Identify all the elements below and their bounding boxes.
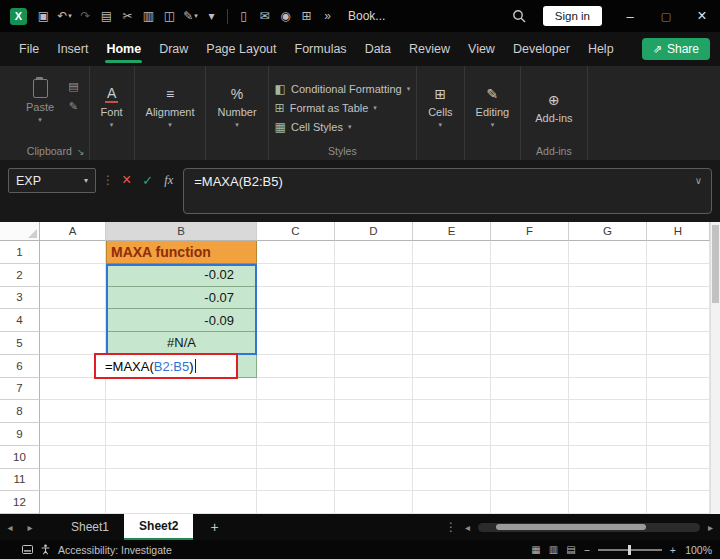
cell-h12[interactable] [647, 491, 710, 514]
cell-b5[interactable]: #N/A [106, 332, 257, 355]
row-header-11[interactable]: 11 [0, 469, 40, 492]
macro-record-icon[interactable] [22, 545, 33, 554]
cell-d12[interactable] [335, 491, 413, 514]
cell-g7[interactable] [569, 378, 647, 401]
cell-c1[interactable] [257, 241, 335, 264]
paste-button[interactable]: Paste [16, 72, 64, 143]
menu-view[interactable]: View [459, 32, 504, 66]
add-ins-button[interactable]: ⊕ Add-ins [527, 72, 580, 143]
cell-a7[interactable] [40, 378, 106, 401]
search-icon[interactable] [505, 0, 533, 32]
cell-f1[interactable] [491, 241, 569, 264]
cell-h1[interactable] [647, 241, 710, 264]
camera-icon[interactable]: ◉ [275, 4, 296, 28]
column-header-b[interactable]: B [106, 222, 257, 241]
cell-h6[interactable] [647, 355, 710, 378]
cell-e3[interactable] [413, 287, 491, 310]
cell-b7[interactable] [106, 378, 257, 401]
cell-e6[interactable] [413, 355, 491, 378]
cell-c6[interactable] [257, 355, 335, 378]
cell-a4[interactable] [40, 309, 106, 332]
minimize-button[interactable] [612, 0, 648, 32]
sheet-nav-left-icon[interactable] [0, 514, 20, 540]
cell-a2[interactable] [40, 264, 106, 287]
row-header-8[interactable]: 8 [0, 400, 40, 423]
column-header-a[interactable]: A [40, 222, 106, 241]
cell-d2[interactable] [335, 264, 413, 287]
menu-developer[interactable]: Developer [504, 32, 579, 66]
name-box[interactable]: EXP [8, 168, 96, 193]
cell-c2[interactable] [257, 264, 335, 287]
format-painter-icon[interactable] [69, 100, 78, 113]
cell-c11[interactable] [257, 469, 335, 492]
ribbon-group-font[interactable]: A Font [90, 66, 135, 160]
format-painter-icon[interactable]: ✎ [180, 4, 201, 28]
cell-g4[interactable] [569, 309, 647, 332]
new-sheet-button[interactable] [210, 519, 218, 535]
cell-h3[interactable] [647, 287, 710, 310]
menu-draw[interactable]: Draw [150, 32, 197, 66]
cell-d11[interactable] [335, 469, 413, 492]
vertical-scrollbar[interactable] [710, 222, 720, 514]
cell-b9[interactable] [106, 423, 257, 446]
column-header-e[interactable]: E [413, 222, 491, 241]
cell-f4[interactable] [491, 309, 569, 332]
cell-h8[interactable] [647, 400, 710, 423]
cell-b8[interactable] [106, 400, 257, 423]
row-header-3[interactable]: 3 [0, 287, 40, 310]
row-header-12[interactable]: 12 [0, 491, 40, 514]
conditional-formatting-button[interactable]: ◧Conditional Formatting [275, 82, 411, 96]
menu-page-layout[interactable]: Page Layout [197, 32, 285, 66]
row-header-7[interactable]: 7 [0, 378, 40, 401]
cell-d1[interactable] [335, 241, 413, 264]
cell-d8[interactable] [335, 400, 413, 423]
cell-a8[interactable] [40, 400, 106, 423]
zoom-slider[interactable] [598, 549, 662, 551]
cell-g9[interactable] [569, 423, 647, 446]
format-as-table-button[interactable]: ⊞Format as Table [275, 101, 411, 115]
confirm-entry-icon[interactable] [142, 173, 153, 188]
mail-icon[interactable]: ✉ [254, 4, 275, 28]
cell-e2[interactable] [413, 264, 491, 287]
new-document-icon[interactable]: ▯ [233, 4, 254, 28]
normal-view-icon[interactable] [531, 544, 540, 555]
sign-in-button[interactable]: Sign in [543, 6, 602, 26]
cell-g8[interactable] [569, 400, 647, 423]
cell-a3[interactable] [40, 287, 106, 310]
cell-f5[interactable] [491, 332, 569, 355]
cell-d5[interactable] [335, 332, 413, 355]
more-commands-icon[interactable]: » [317, 4, 338, 28]
cell-e4[interactable] [413, 309, 491, 332]
row-header-6[interactable]: 6 [0, 355, 40, 378]
cell-e10[interactable] [413, 446, 491, 469]
row-header-9[interactable]: 9 [0, 423, 40, 446]
zoom-slider-thumb[interactable] [628, 545, 631, 555]
cell-b10[interactable] [106, 446, 257, 469]
column-header-d[interactable]: D [335, 222, 413, 241]
cell-h4[interactable] [647, 309, 710, 332]
cell-g3[interactable] [569, 287, 647, 310]
cell-e7[interactable] [413, 378, 491, 401]
cell-b12[interactable] [106, 491, 257, 514]
column-header-c[interactable]: C [257, 222, 335, 241]
cell-h2[interactable] [647, 264, 710, 287]
cell-e11[interactable] [413, 469, 491, 492]
cell-f2[interactable] [491, 264, 569, 287]
cell-b11[interactable] [106, 469, 257, 492]
column-header-g[interactable]: G [569, 222, 647, 241]
zoom-in-button[interactable]: + [670, 544, 676, 556]
cell-f12[interactable] [491, 491, 569, 514]
sheet-options-icon[interactable] [445, 520, 457, 534]
cell-a10[interactable] [40, 446, 106, 469]
ribbon-group-editing[interactable]: ✎ Editing [465, 66, 522, 160]
cell-a5[interactable] [40, 332, 106, 355]
cell-c10[interactable] [257, 446, 335, 469]
formula-input[interactable]: =MAXA(B2:B5) [183, 168, 712, 214]
cell-d7[interactable] [335, 378, 413, 401]
cell-b4[interactable]: -0.09 [106, 309, 257, 332]
cell-d6[interactable] [335, 355, 413, 378]
row-header-4[interactable]: 4 [0, 309, 40, 332]
cell-f10[interactable] [491, 446, 569, 469]
cell-c9[interactable] [257, 423, 335, 446]
menu-data[interactable]: Data [356, 32, 400, 66]
